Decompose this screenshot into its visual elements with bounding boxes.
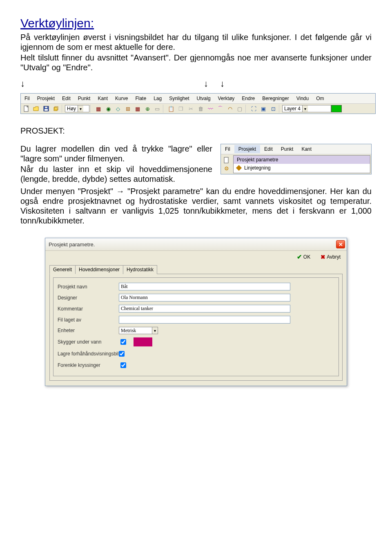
quality-combo[interactable]: Høy ▾	[65, 105, 89, 112]
menu-endre[interactable]: Endre	[238, 95, 258, 102]
mini-menu-fil[interactable]: Fil	[221, 145, 234, 153]
dropdown-item-prosjekt-parametre[interactable]: Prosjekt parametre	[234, 156, 370, 164]
dropdown-item-linjetegning[interactable]: Linjetegning	[234, 164, 370, 172]
color-chip[interactable]	[331, 105, 342, 112]
pan-icon[interactable]: ⊡	[269, 105, 278, 113]
intro-paragraph-1: På verktøylinjen øverst i visningsbildet…	[20, 32, 372, 52]
checkbox-preview[interactable]	[119, 351, 125, 357]
new-file-icon[interactable]	[22, 105, 31, 113]
diamond-icon[interactable]: ◇	[114, 105, 122, 113]
svg-rect-6	[224, 157, 228, 163]
label-designer: Designer	[58, 295, 119, 301]
input-units[interactable]	[119, 327, 152, 334]
close-icon[interactable]: ✕	[336, 240, 345, 248]
label-file-created: Fil laget av	[58, 317, 119, 323]
body-paragraph-a: Du lagrer modellen din ved å trykke "lag…	[20, 144, 212, 163]
menu-kurve[interactable]: Kurve	[111, 95, 131, 102]
menu-synlighet[interactable]: Synlighet	[165, 95, 193, 102]
mini-menu-prosjekt[interactable]: Prosjekt	[234, 145, 260, 153]
layer-value: Layer 4	[283, 106, 302, 112]
input-designer[interactable]	[119, 294, 290, 301]
separator	[163, 105, 165, 113]
menu-prosjekt[interactable]: Prosjekt	[33, 95, 58, 102]
main-toolbar: Fil Prosjekt Edit Punkt Kant Kurve Flate…	[20, 93, 376, 114]
menu-edit[interactable]: Edit	[58, 95, 74, 102]
curves-icon[interactable]: 〰	[206, 105, 215, 113]
fit-icon[interactable]: ⛶	[249, 105, 258, 113]
menu-kant[interactable]: Kant	[94, 95, 111, 102]
ok-button[interactable]: ✔OK	[297, 253, 310, 261]
menu-beregninger[interactable]: Beregninger	[258, 95, 292, 102]
color-swatch[interactable]	[134, 337, 152, 346]
layers-icon[interactable]	[51, 105, 60, 113]
separator	[245, 105, 248, 113]
chevron-down-icon[interactable]: ▾	[78, 105, 83, 112]
chevron-down-icon[interactable]: ▾	[152, 327, 158, 334]
separator	[279, 105, 281, 113]
body-paragraph-b: Når du laster inn et skip vil hoveddimen…	[20, 164, 212, 184]
menu-vindu[interactable]: Vindu	[293, 95, 312, 102]
icon-toolbar: Høy ▾ ▦ ◉ ◇ ⊞ ▦ ⊕ ▭ 📋 ❐ ✂ 🗑 〰 ⌒ ◠ ▢ ⛶ ▣ …	[21, 104, 375, 114]
ruler-icon[interactable]: ▭	[153, 105, 162, 113]
dialog-title: Prosjekt parametre.	[49, 241, 95, 248]
label-shadow: Skygger under vann	[58, 339, 119, 345]
section-heading-prosjekt: PROSJEKT:	[20, 126, 372, 136]
menu-flate[interactable]: Flate	[131, 95, 150, 102]
menu-utvalg[interactable]: Utvalg	[193, 95, 214, 102]
body-paragraph-c: Under menyen "Prosjekt" → "Prosjekt para…	[20, 186, 372, 226]
clipboard-icon[interactable]: 📋	[167, 105, 176, 113]
new-file-icon[interactable]	[222, 156, 231, 164]
label-comment: Kommentar	[58, 306, 119, 312]
grid-icon[interactable]: ▦	[94, 105, 103, 113]
sphere-icon[interactable]: ◉	[104, 105, 113, 113]
square-icon[interactable]: ▢	[235, 105, 244, 113]
curve2-icon[interactable]: ⌒	[216, 105, 225, 113]
menu-bar: Fil Prosjekt Edit Punkt Kant Kurve Flate…	[21, 94, 375, 104]
input-comment[interactable]	[119, 305, 290, 313]
svg-rect-4	[54, 107, 57, 111]
svg-rect-2	[45, 109, 48, 111]
diamond-icon	[236, 165, 242, 171]
tab-hydrostatikk[interactable]: Hydrostatikk	[123, 265, 157, 274]
tab-row: Generelt Hoveddimensjoner Hydrostatikk	[45, 263, 347, 274]
label-project-name: Prosjekt navn	[58, 284, 119, 290]
open-file-icon[interactable]	[32, 105, 41, 113]
trash-icon[interactable]: 🗑	[196, 105, 205, 113]
zoom-icon[interactable]: ▣	[259, 105, 268, 113]
arrow-indicators: ↓↓↓	[20, 78, 372, 89]
quality-value: Høy	[65, 106, 78, 112]
mini-dropdown-screenshot: Fil Prosjekt Edit Punkt Kant ⚙ Prosjekt …	[220, 144, 372, 174]
wireframe-icon[interactable]: ⊞	[123, 105, 132, 113]
mini-menu-punkt[interactable]: Punkt	[277, 145, 298, 153]
menu-verktoy[interactable]: Verktøy	[214, 95, 238, 102]
intro-paragraph-2: Helt tilslutt finner du avsnittet "Avans…	[20, 53, 372, 72]
dialog-titlebar: Prosjekt parametre. ✕	[45, 238, 347, 251]
checkbox-shadow[interactable]	[120, 339, 126, 345]
save-icon[interactable]	[42, 105, 51, 113]
units-combo[interactable]: ▾	[119, 327, 158, 334]
menu-lag[interactable]: Lag	[150, 95, 165, 102]
mesh-icon[interactable]: ▦	[133, 105, 142, 113]
mini-menu-edit[interactable]: Edit	[260, 145, 277, 153]
label-simplify: Forenkle kryssinger	[58, 362, 119, 368]
input-project-name[interactable]	[119, 283, 290, 290]
label-preview: Lagre forhåhåndsvisningsbilde	[58, 351, 143, 357]
shape-icon[interactable]: ◠	[225, 105, 234, 113]
copy-icon[interactable]: ❐	[176, 105, 185, 113]
globe-icon[interactable]: ⊕	[143, 105, 152, 113]
tab-generelt[interactable]: Generelt	[49, 265, 76, 274]
separator	[90, 105, 93, 113]
chevron-down-icon[interactable]: ▾	[302, 105, 308, 112]
globe-icon[interactable]: ⚙	[222, 164, 231, 172]
cut-icon[interactable]: ✂	[186, 105, 195, 113]
input-file-created[interactable]	[119, 316, 290, 324]
tab-hoveddimensjoner[interactable]: Hoveddimensjoner	[75, 265, 123, 274]
menu-fil[interactable]: Fil	[21, 95, 33, 102]
layer-combo[interactable]: Layer 4 ▾	[282, 105, 331, 112]
cancel-button[interactable]: ✖Avbryt	[321, 253, 341, 261]
separator	[62, 105, 64, 113]
menu-om[interactable]: Om	[312, 95, 327, 102]
mini-menu-kant[interactable]: Kant	[297, 145, 316, 153]
menu-punkt[interactable]: Punkt	[74, 95, 94, 102]
checkbox-simplify[interactable]	[120, 362, 126, 368]
